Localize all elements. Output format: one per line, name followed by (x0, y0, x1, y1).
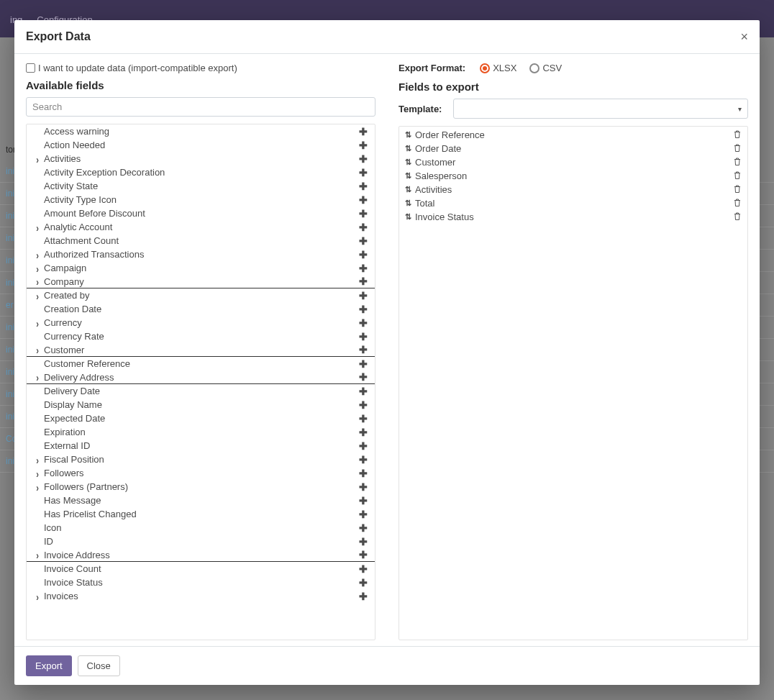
add-field-icon[interactable]: ✚ (358, 563, 369, 575)
tree-item[interactable]: Activity State✚ (27, 179, 375, 193)
tree-item[interactable]: ID✚ (27, 535, 375, 548)
export-button[interactable]: Export (26, 655, 72, 676)
add-field-icon[interactable]: ✚ (358, 140, 369, 151)
tree-item[interactable]: External ID✚ (27, 439, 375, 453)
tree-item[interactable]: ›Activities✚ (27, 152, 375, 165)
add-field-icon[interactable]: ✚ (358, 181, 369, 192)
chevron-right-icon[interactable]: › (32, 289, 42, 301)
add-field-icon[interactable]: ✚ (358, 481, 369, 493)
drag-handle-icon[interactable]: ⇅ (405, 130, 415, 140)
add-field-icon[interactable]: ✚ (358, 509, 369, 520)
export-field-item[interactable]: ⇅Order Reference (399, 128, 747, 142)
add-field-icon[interactable]: ✚ (358, 331, 369, 342)
tree-item[interactable]: Invoice Status✚ (27, 576, 375, 589)
search-input[interactable] (26, 97, 375, 117)
add-field-icon[interactable]: ✚ (358, 153, 369, 165)
add-field-icon[interactable]: ✚ (358, 386, 369, 397)
drag-handle-icon[interactable]: ⇅ (405, 212, 415, 222)
add-field-icon[interactable]: ✚ (358, 495, 369, 506)
export-field-item[interactable]: ⇅Salesperson (399, 169, 747, 183)
chevron-right-icon[interactable]: › (32, 153, 42, 165)
trash-icon[interactable] (733, 212, 742, 223)
add-field-icon[interactable]: ✚ (358, 263, 369, 274)
tree-item[interactable]: ›Authorized Transactions✚ (27, 247, 375, 261)
tree-item[interactable]: Has Pricelist Changed✚ (27, 507, 375, 521)
tree-item[interactable]: Expiration✚ (27, 425, 375, 439)
add-field-icon[interactable]: ✚ (358, 222, 369, 233)
trash-icon[interactable] (733, 157, 742, 168)
tree-item[interactable]: Invoice Count✚ (27, 562, 375, 576)
tree-item[interactable]: ›Campaign✚ (27, 261, 375, 275)
drag-handle-icon[interactable]: ⇅ (405, 185, 415, 194)
add-field-icon[interactable]: ✚ (358, 194, 369, 206)
add-field-icon[interactable]: ✚ (358, 344, 369, 355)
export-field-item[interactable]: ⇅Invoice Status (399, 210, 747, 224)
tree-item[interactable]: Activity Exception Decoration✚ (27, 165, 375, 179)
chevron-right-icon[interactable]: › (32, 481, 42, 493)
add-field-icon[interactable]: ✚ (358, 358, 369, 370)
add-field-icon[interactable]: ✚ (358, 591, 369, 602)
trash-icon[interactable] (733, 143, 742, 155)
trash-icon[interactable] (733, 129, 742, 141)
drag-handle-icon[interactable]: ⇅ (405, 158, 415, 167)
trash-icon[interactable] (733, 184, 742, 196)
tree-item[interactable]: Activity Type Icon✚ (27, 193, 375, 206)
chevron-right-icon[interactable]: › (32, 467, 42, 479)
chevron-right-icon[interactable]: › (32, 590, 42, 602)
add-field-icon[interactable]: ✚ (358, 249, 369, 260)
drag-handle-icon[interactable]: ⇅ (405, 199, 415, 208)
radio-xlsx[interactable]: XLSX (480, 63, 516, 73)
add-field-icon[interactable]: ✚ (358, 304, 369, 315)
add-field-icon[interactable]: ✚ (358, 549, 369, 560)
add-field-icon[interactable]: ✚ (358, 276, 369, 287)
tree-item[interactable]: ›Followers (Partners)✚ (27, 480, 375, 494)
add-field-icon[interactable]: ✚ (358, 577, 369, 588)
tree-item[interactable]: Action Needed✚ (27, 138, 375, 152)
add-field-icon[interactable]: ✚ (358, 454, 369, 465)
tree-item[interactable]: Customer Reference✚ (27, 357, 375, 371)
export-field-item[interactable]: ⇅Customer (399, 155, 747, 169)
tree-item[interactable]: Amount Before Discount✚ (27, 206, 375, 220)
tree-item[interactable]: Expected Date✚ (27, 412, 375, 425)
tree-item[interactable]: Display Name✚ (27, 398, 375, 412)
tree-item[interactable]: ›Analytic Account✚ (27, 220, 375, 234)
chevron-right-icon[interactable]: › (32, 453, 42, 465)
chevron-right-icon[interactable]: › (32, 248, 42, 260)
add-field-icon[interactable]: ✚ (358, 522, 369, 534)
chevron-right-icon[interactable]: › (32, 262, 42, 274)
trash-icon[interactable] (733, 171, 742, 182)
add-field-icon[interactable]: ✚ (358, 413, 369, 424)
tree-item[interactable]: ›Followers✚ (27, 466, 375, 480)
drag-handle-icon[interactable]: ⇅ (405, 171, 415, 181)
tree-item[interactable]: ›Fiscal Position✚ (27, 453, 375, 466)
tree-item[interactable]: ›Customer✚ (27, 343, 375, 357)
tree-item[interactable]: Has Message✚ (27, 494, 375, 507)
drag-handle-icon[interactable]: ⇅ (405, 144, 415, 153)
tree-item[interactable]: Icon✚ (27, 521, 375, 535)
tree-item[interactable]: ›Delivery Address✚ (27, 371, 375, 384)
tree-item[interactable]: Access warning✚ (27, 124, 375, 138)
add-field-icon[interactable]: ✚ (358, 126, 369, 137)
chevron-right-icon[interactable]: › (32, 371, 42, 383)
tree-item[interactable]: ›Invoices✚ (27, 589, 375, 603)
tree-item[interactable]: Creation Date✚ (27, 302, 375, 316)
add-field-icon[interactable]: ✚ (358, 290, 369, 301)
template-select[interactable]: ▾ (453, 99, 748, 119)
add-field-icon[interactable]: ✚ (358, 371, 369, 383)
trash-icon[interactable] (733, 198, 742, 209)
add-field-icon[interactable]: ✚ (358, 427, 369, 438)
chevron-right-icon[interactable]: › (32, 221, 42, 233)
close-icon[interactable]: × (740, 30, 748, 43)
tree-item[interactable]: ›Currency✚ (27, 316, 375, 329)
add-field-icon[interactable]: ✚ (358, 536, 369, 547)
tree-item[interactable]: ›Company✚ (27, 275, 375, 288)
add-field-icon[interactable]: ✚ (358, 208, 369, 219)
add-field-icon[interactable]: ✚ (358, 440, 369, 452)
add-field-icon[interactable]: ✚ (358, 235, 369, 247)
close-button[interactable]: Close (78, 655, 120, 676)
radio-csv[interactable]: CSV (529, 63, 562, 73)
chevron-right-icon[interactable]: › (32, 276, 42, 288)
chevron-right-icon[interactable]: › (32, 317, 42, 329)
tree-item[interactable]: ›Invoice Address✚ (27, 548, 375, 562)
export-field-item[interactable]: ⇅Order Date (399, 142, 747, 155)
